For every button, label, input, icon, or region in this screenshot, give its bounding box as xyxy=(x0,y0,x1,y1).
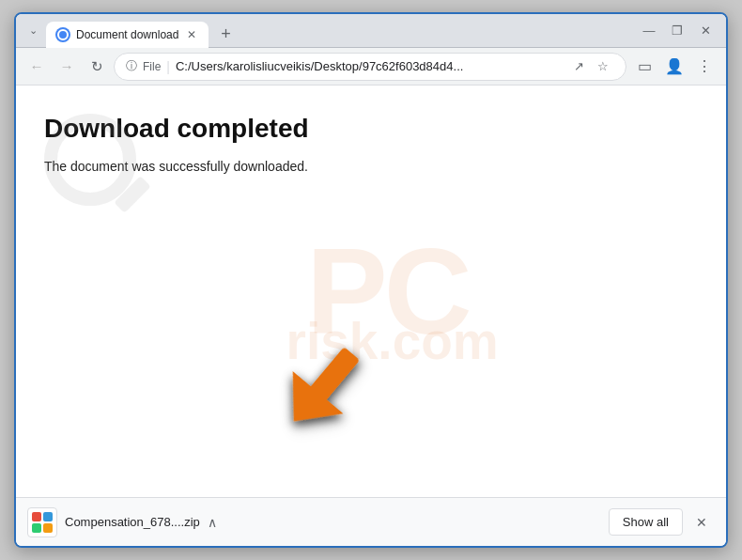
show-all-button[interactable]: Show all xyxy=(609,508,683,536)
forward-button[interactable]: → xyxy=(54,54,80,80)
menu-button[interactable]: ⋮ xyxy=(690,53,719,81)
refresh-button[interactable]: ↻ xyxy=(84,54,110,80)
download-bar-actions: Show all ✕ xyxy=(609,508,715,536)
page-heading: Download completed xyxy=(44,114,698,144)
omnibox-actions: ↗ ☆ xyxy=(567,55,614,78)
arrow-indicator xyxy=(277,334,371,441)
download-file-icon xyxy=(27,507,57,537)
toolbar-actions: ▭ 👤 ⋮ xyxy=(630,53,719,81)
maximize-button[interactable]: ❐ xyxy=(664,18,690,44)
download-options-button[interactable]: ∧ xyxy=(204,513,221,532)
url-text: C:/Users/karolisliucveikis/Desktop/97c62… xyxy=(176,59,562,73)
share-icon[interactable]: ↗ xyxy=(567,55,590,78)
address-bar: ← → ↻ ⓘ File | C:/Users/karolisliucveiki… xyxy=(16,48,726,86)
new-tab-button[interactable]: + xyxy=(212,21,239,47)
arrow-svg xyxy=(277,334,371,437)
tab-title: Document download xyxy=(76,28,178,41)
page-content: PC risk.com Download completed The docum… xyxy=(16,86,726,497)
profile-button[interactable]: 👤 xyxy=(660,53,688,81)
lock-icon: ⓘ xyxy=(126,58,137,74)
tab-close-button[interactable]: ✕ xyxy=(184,27,199,42)
close-download-button[interactable]: ✕ xyxy=(688,509,715,536)
close-button[interactable]: ✕ xyxy=(692,18,719,44)
title-bar: ⌄ Document download ✕ + — ❐ ✕ xyxy=(16,14,726,48)
omnibox[interactable]: ⓘ File | C:/Users/karolisliucveikis/Desk… xyxy=(114,53,626,81)
icon-blue xyxy=(43,512,53,521)
page-subtext: The document was successfully downloaded… xyxy=(44,159,698,174)
tab-nav-chevron[interactable]: ⌄ xyxy=(23,22,42,40)
back-button[interactable]: ← xyxy=(23,54,50,80)
window-controls: — ❐ ✕ xyxy=(636,18,719,44)
minimize-button[interactable]: — xyxy=(636,18,662,44)
file-protocol-label: File xyxy=(143,60,161,73)
download-info: Compensation_678....zip xyxy=(65,515,200,529)
bookmark-icon[interactable]: ☆ xyxy=(592,55,614,78)
download-filename: Compensation_678....zip xyxy=(65,515,200,529)
sidebar-toggle-button[interactable]: ▭ xyxy=(630,53,658,81)
icon-green xyxy=(32,523,41,533)
icon-red xyxy=(32,512,41,521)
tab-favicon-icon xyxy=(55,27,70,42)
url-separator: | xyxy=(166,59,170,74)
active-tab[interactable]: Document download ✕ xyxy=(46,22,209,48)
tab-nav: ⌄ xyxy=(23,22,42,40)
browser-window: ⌄ Document download ✕ + — ❐ ✕ ← → ↻ ⓘ Fi… xyxy=(14,12,728,548)
download-bar: Compensation_678....zip ∧ Show all ✕ xyxy=(16,497,726,546)
download-item: Compensation_678....zip ∧ xyxy=(27,507,221,537)
icon-orange xyxy=(43,523,53,533)
tab-area: Document download ✕ + xyxy=(46,14,636,47)
